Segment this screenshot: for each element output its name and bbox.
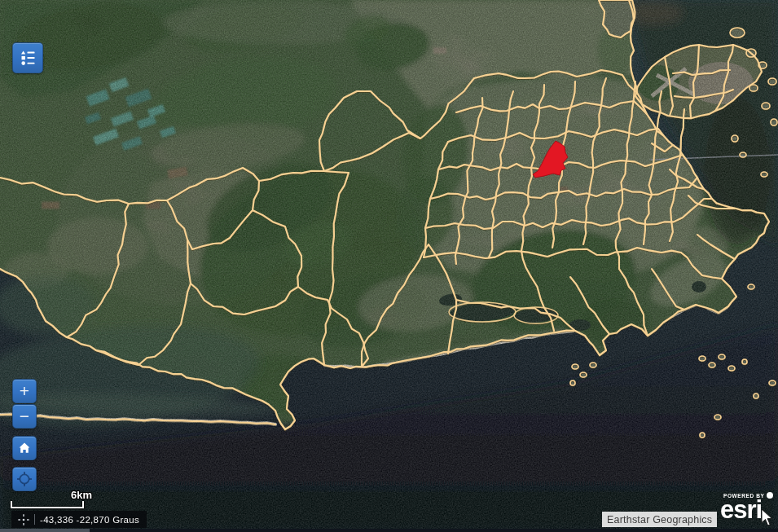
- attribution-source-label: Earthstar Geographics: [607, 514, 712, 525]
- locate-icon: [16, 471, 33, 487]
- home-button[interactable]: [12, 436, 37, 460]
- legend-list-icon: [19, 49, 37, 67]
- attribution: Earthstar Geographics: [602, 512, 717, 527]
- scale-line: [11, 501, 84, 508]
- crosshair-button[interactable]: [15, 511, 33, 528]
- home-icon: [17, 441, 32, 455]
- plus-icon: +: [20, 382, 29, 399]
- divider: [34, 514, 35, 525]
- minus-icon: −: [20, 407, 29, 424]
- legend-button[interactable]: [12, 42, 43, 73]
- horizontal-scrollbar-thumb[interactable]: [0, 529, 90, 532]
- mouse-cursor-icon: [760, 508, 775, 528]
- locate-button[interactable]: [12, 467, 37, 491]
- map-viewer-stage: + − 6km: [0, 0, 778, 532]
- satellite-grain-light: [0, 0, 778, 532]
- horizontal-scrollbar-track[interactable]: [0, 529, 778, 532]
- coordinates-widget: -43,336 -22,870 Graus: [11, 511, 147, 528]
- scale-label: 6km: [71, 489, 92, 501]
- globe-icon: [767, 492, 773, 499]
- zoom-in-button[interactable]: +: [12, 379, 37, 403]
- map-canvas[interactable]: [0, 0, 778, 532]
- coordinates-value: -43,336 -22,870 Graus: [40, 515, 139, 525]
- crosshair-icon: [17, 513, 30, 526]
- zoom-out-button[interactable]: −: [12, 404, 37, 429]
